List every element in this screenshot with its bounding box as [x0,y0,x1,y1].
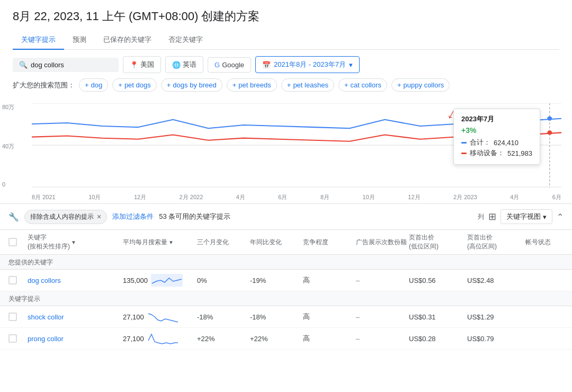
date-range-label: 2021年8月 - 2023年7月 [274,60,346,69]
keyword-cell[interactable]: dog collors [28,277,123,284]
tooltip-total-row: 合计： 624,410 [461,138,532,147]
expand-chip-pet-dogs[interactable]: + pet dogs [112,78,156,92]
plus-icon: + [167,81,171,89]
filter-tag-close[interactable]: × [97,212,101,221]
x-label-9: 2月 2023 [453,193,477,201]
table-header: 关键字(按相关性排序) ▼ 平均每月搜索量 ▼ 三个月变化 年同比变化 竞争程度… [0,230,572,255]
location-label: 美国 [140,60,154,69]
chart-tooltip: 2023年7月 +3% 合计： 624,410 移动设备： 521,983 [453,109,540,165]
competition-cell: 高 [303,312,356,322]
plus-icon: + [397,81,401,89]
x-label-11: 6月 [552,193,561,201]
chip-label: puppy collors [404,81,444,89]
expand-chip-pet-breeds[interactable]: + pet breeds [227,78,277,92]
filter-tag-adult: 排除含成人内容的提示 × [24,210,107,224]
th-yoy[interactable]: 年同比变化 [250,233,303,251]
collapse-button[interactable]: ⌃ [557,212,564,222]
expand-search-row: 扩大您的搜索范围： + dog + pet dogs + dogs by bre… [13,78,559,92]
th-low-bid-label: 页首出价(低位区间) [409,233,439,251]
filter-tag-label: 排除含成人内容的提示 [30,212,94,221]
row-checkbox[interactable] [8,276,17,284]
keyword-view-label: 关键字视图 [506,212,541,221]
high-bid-cell: US$0.79 [467,335,525,343]
tooltip-blue-dot [461,142,467,144]
x-label-0: 8月 2021 [32,193,56,201]
plus-icon: + [118,81,122,89]
three-month-cell: +22% [197,335,250,343]
th-high-bid-label: 页首出价(高位区间) [467,233,497,251]
expand-chip-puppy-collors[interactable]: + puppy collors [391,78,450,92]
tooltip-mobile-value: 521,983 [507,149,532,157]
plus-icon: + [344,81,348,89]
th-keyword[interactable]: 关键字(按相关性排序) ▼ [28,233,123,251]
competition-cell: 高 [303,275,356,285]
chip-label: cat collors [350,81,381,89]
expand-chip-pet-leashes[interactable]: + pet leashes [281,78,334,92]
tab-saved-keywords[interactable]: 已保存的关键字 [95,31,160,50]
keyword-cell[interactable]: shock collor [28,313,123,321]
th-impressions-label: 广告展示次数份额 [356,238,407,247]
th-yoy-label: 年同比变化 [250,238,282,247]
chevron-down-icon: ▾ [349,61,353,69]
search-box[interactable]: 🔍 [13,58,119,72]
th-impressions[interactable]: 广告展示次数份额 [356,233,409,251]
grid-icon[interactable]: ⊞ [488,211,496,222]
network-filter[interactable]: G Google [208,57,251,73]
svg-point-4 [547,117,552,121]
table-row-provided-0: dog collors 135,000 0% -19% 高 – US$0.56 … [0,270,572,291]
sort-icon: ▼ [168,239,174,245]
expand-label: 扩大您的搜索范围： [13,81,75,90]
x-axis-labels: 8月 2021 10月 12月 2月 2022 4月 6月 8月 10月 12月… [32,193,561,201]
bottom-section: 🔧 排除含成人内容的提示 × 添加过滤条件 53 条可用的关键字提示 列 ⊞ 关… [0,204,572,350]
location-filter[interactable]: 📍 美国 [123,56,161,73]
expand-chip-dog[interactable]: + dog [79,78,108,92]
volume-cell: 27,100 [123,332,197,345]
tab-negative-keywords[interactable]: 否定关键字 [160,31,211,50]
chip-label: pet dogs [124,81,151,89]
columns-label: 列 [478,212,484,221]
th-three-month[interactable]: 三个月变化 [197,233,250,251]
row-checkbox[interactable] [8,334,17,343]
filter-bar: 🔧 排除含成人内容的提示 × 添加过滤条件 53 条可用的关键字提示 列 ⊞ 关… [0,204,572,230]
x-label-8: 12月 [408,193,420,201]
language-icon: 🌐 [172,61,181,69]
tooltip-mobile-label: 移动设备： [470,148,504,158]
tab-keyword-suggestions[interactable]: 关键字提示 [13,31,64,50]
keyword-view-button[interactable]: 关键字视图 ▾ [501,209,552,224]
plus-icon: + [233,81,237,89]
impressions-cell: – [356,277,409,284]
x-label-2: 12月 [134,193,146,201]
x-label-4: 4月 [236,193,245,201]
low-bid-cell: US$0.56 [409,277,467,284]
language-filter[interactable]: 🌐 英语 [165,56,203,73]
date-range-filter[interactable]: 📅 2021年8月 - 2023年7月 ▾ [255,56,360,73]
expand-chip-dogs-by-breed[interactable]: + dogs by breed [161,78,222,92]
location-icon: 📍 [130,61,138,69]
keyword-cell[interactable]: prong collor [28,335,123,343]
th-competition-label: 竞争程度 [303,238,328,247]
th-high-bid[interactable]: 页首出价(高位区间) [467,233,525,251]
low-bid-cell: US$0.28 [409,335,467,343]
yoy-cell: +22% [250,335,303,343]
th-volume[interactable]: 平均每月搜索量 ▼ [123,233,197,251]
row-checkbox[interactable] [8,313,17,321]
impressions-cell: – [356,335,409,343]
three-month-cell: 0% [197,277,250,284]
tooltip-mobile-row: 移动设备： 521,983 [461,148,532,158]
search-input[interactable] [31,61,105,69]
th-competition[interactable]: 竞争程度 [303,233,356,251]
th-status[interactable]: 帐号状态 [525,233,572,251]
table-row-suggestion-1: prong collor 27,100 +22% +22% 高 – US$0.2… [0,328,572,350]
high-bid-cell: US$1.29 [467,313,525,321]
tab-forecast[interactable]: 预测 [64,31,95,50]
chip-label: dog [91,81,103,89]
yoy-cell: -18% [250,313,303,321]
chip-label: pet leashes [293,81,328,89]
expand-chip-cat-collors[interactable]: + cat collors [338,78,387,92]
add-filter-button[interactable]: 添加过滤条件 [112,212,154,221]
th-keyword-label: 关键字(按相关性排序) [28,233,70,251]
header-checkbox[interactable] [8,238,17,246]
page-title: 8月 22, 2023, 11 上午 (GMT+08:00) 创建的方案 [13,8,559,24]
th-low-bid[interactable]: 页首出价(低位区间) [409,233,467,251]
volume-cell: 27,100 [123,310,197,323]
